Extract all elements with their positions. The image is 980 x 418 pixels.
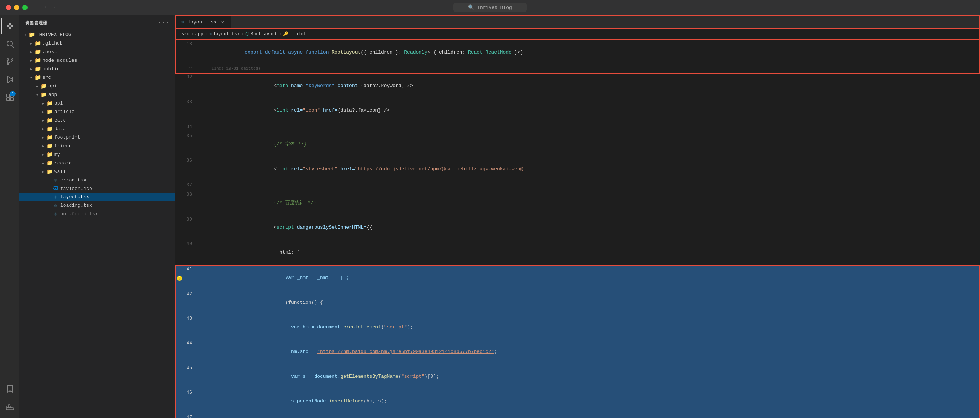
- github-folder-icon: 📁: [34, 40, 41, 46]
- footprint-label: footprint: [54, 135, 80, 140]
- public-folder-icon: 📁: [34, 66, 41, 72]
- data-folder-icon: 📁: [46, 126, 53, 132]
- sidebar-item-record[interactable]: ▶ 📁 record: [19, 159, 175, 168]
- layout-tsx-icon: ⚛: [52, 194, 59, 200]
- tab-close-layout-tsx[interactable]: ✕: [221, 19, 224, 25]
- code-line-32: 32 <meta name="keywords" content={data?.…: [176, 73, 980, 98]
- code-line-43: 43 var hm = document.createElement("scri…: [176, 315, 980, 340]
- code-span: hm.src =: [245, 349, 317, 354]
- breadcrumb-layout-tsx-icon: ⚛: [209, 31, 212, 37]
- line-num-43: 43: [176, 315, 198, 340]
- code-line-42: 42 (function() {: [176, 290, 980, 315]
- activity-docker[interactable]: [2, 399, 18, 415]
- tab-layout-tsx[interactable]: ⚛ layout.tsx ✕: [175, 15, 231, 29]
- code-table: 18 export default async function RootLay…: [175, 40, 980, 418]
- api-folder-icon: 📁: [46, 100, 53, 106]
- back-arrow[interactable]: ←: [45, 4, 48, 11]
- search-icon: 🔍: [468, 5, 474, 10]
- article-label: article: [54, 109, 75, 115]
- code-content-34: [198, 123, 980, 132]
- sidebar-item-friend[interactable]: ▶ 📁 friend: [19, 142, 175, 150]
- code-content-41: var _hmt = _hmt || [];: [198, 265, 980, 290]
- record-label: record: [54, 160, 72, 166]
- code-span: ReactNode: [485, 49, 512, 55]
- sidebar-item-app[interactable]: ▾ 📁 app: [19, 90, 175, 99]
- sidebar-item-error-tsx[interactable]: ▶ ⚛ error.tsx: [19, 176, 175, 185]
- code-span: html: `: [245, 249, 300, 255]
- forward-arrow[interactable]: →: [51, 4, 55, 11]
- code-span: }>): [512, 49, 523, 55]
- breadcrumb-sep-1: ›: [191, 32, 194, 37]
- activity-extensions[interactable]: 3: [2, 89, 18, 105]
- sidebar-item-public[interactable]: ▶ 📁 public: [19, 65, 175, 73]
- line-num-40: 40: [176, 240, 198, 265]
- src-folder-icon: 📁: [34, 74, 41, 81]
- code-line-47: 47 })();: [176, 414, 980, 418]
- tab-bar: ⚛ layout.tsx ✕: [175, 15, 980, 29]
- code-span: [245, 141, 274, 147]
- code-span: s.parentNode.: [245, 398, 329, 404]
- sidebar-title: 资源管理器: [25, 20, 48, 26]
- sidebar-item-data[interactable]: ▶ 📁 data: [19, 124, 175, 133]
- activity-explorer[interactable]: [2, 18, 18, 34]
- activity-search[interactable]: [2, 36, 18, 52]
- sidebar-item-loading-tsx[interactable]: ▶ ⚛ loading.tsx: [19, 201, 175, 210]
- root-arrow: ▾: [22, 33, 28, 37]
- activity-bookmarks[interactable]: [2, 381, 18, 397]
- sidebar-header-actions: ···: [158, 19, 170, 26]
- not-found-tsx-icon: ⚛: [52, 211, 59, 217]
- activity-source-control[interactable]: [2, 54, 18, 70]
- sidebar-item-not-found-tsx[interactable]: ▶ ⚛ not-found.tsx: [19, 210, 175, 218]
- sidebar-item-node-modules[interactable]: ▶ 📁 node_modules: [19, 56, 175, 65]
- line-num-41: 41 💡: [176, 265, 198, 290]
- api-root-arrow: ▶: [34, 84, 40, 88]
- code-span: < { children:: [428, 49, 468, 55]
- more-actions-icon[interactable]: ···: [158, 19, 170, 26]
- sidebar-item-api-root[interactable]: ▶ 📁 api: [19, 82, 175, 90]
- api-label: api: [54, 101, 63, 106]
- title-search-bar[interactable]: 🔍 ThriveX Blog: [453, 3, 527, 12]
- breadcrumb-app: app: [195, 32, 204, 37]
- my-arrow: ▶: [40, 153, 46, 157]
- sidebar-item-src[interactable]: ▾ 📁 src: [19, 73, 175, 82]
- loading-tsx-label: loading.tsx: [60, 203, 92, 208]
- minimize-button[interactable]: [14, 5, 19, 10]
- sidebar-root[interactable]: ▾ 📁 THRIVEX BLOG: [19, 30, 175, 39]
- sidebar-item-github[interactable]: ▶ 📁 .github: [19, 39, 175, 48]
- breadcrumb-sep-3: ›: [241, 32, 244, 37]
- sidebar-item-cate[interactable]: ▶ 📁 cate: [19, 116, 175, 124]
- sidebar-item-article[interactable]: ▶ 📁 article: [19, 107, 175, 116]
- sidebar-item-api[interactable]: ▶ 📁 api: [19, 99, 175, 107]
- sidebar-item-footprint[interactable]: ▶ 📁 footprint: [19, 133, 175, 142]
- maximize-button[interactable]: [22, 5, 27, 10]
- code-span: href=: [337, 166, 355, 172]
- code-span: {data?.favicon} />: [337, 107, 390, 113]
- sidebar-item-layout-tsx[interactable]: ▶ ⚛ layout.tsx: [19, 193, 175, 201]
- sidebar-item-next[interactable]: ▶ 📁 .next: [19, 48, 175, 56]
- line-num-18: 18: [176, 40, 198, 65]
- sidebar-item-wall[interactable]: ▶ 📁 wall: [19, 168, 175, 176]
- line-num-45: 45: [176, 364, 198, 389]
- activity-run[interactable]: [2, 72, 18, 88]
- close-button[interactable]: [6, 5, 11, 10]
- code-content-40: html: `: [198, 240, 980, 265]
- code-content-47: })();: [198, 414, 980, 418]
- sidebar-item-favicon-ico[interactable]: ▶ 🖼 favicon.ico: [19, 185, 175, 193]
- next-arrow: ▶: [28, 50, 34, 54]
- article-folder-icon: 📁: [46, 108, 53, 115]
- friend-label: friend: [54, 143, 72, 149]
- svg-rect-2: [7, 27, 9, 29]
- friend-folder-icon: 📁: [46, 143, 53, 149]
- my-label: my: [54, 152, 60, 157]
- code-line-38: 38 {/* 百度统计 */}: [176, 191, 980, 215]
- line-num-37: 37: [176, 182, 198, 191]
- sidebar: 资源管理器 ··· ▾ 📁 THRIVEX BLOG ▶ 📁 .github: [19, 15, 175, 418]
- sidebar-item-my[interactable]: ▶ 📁 my: [19, 150, 175, 159]
- code-content-36: <link rel="stylesheet" href="https://cdn…: [198, 157, 980, 182]
- code-span: [245, 200, 274, 206]
- record-arrow: ▶: [40, 161, 46, 166]
- code-editor[interactable]: 18 export default async function RootLay…: [175, 40, 980, 418]
- svg-rect-3: [11, 27, 13, 29]
- title-search-text: ThriveX Blog: [477, 5, 512, 10]
- breadcrumb-sep-2: ›: [204, 32, 207, 37]
